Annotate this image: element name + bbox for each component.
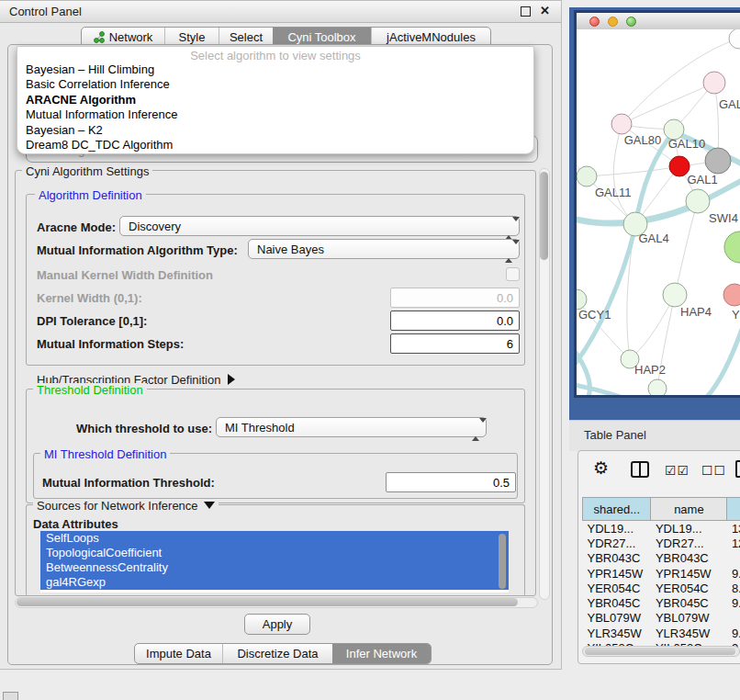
table-cell[interactable]: YDL19...: [583, 521, 651, 536]
table-row[interactable]: YDL19...YDL19...13: [583, 521, 740, 536]
tab-style-label: Style: [179, 30, 206, 44]
table-cell[interactable]: YPR145W: [583, 566, 651, 581]
table-cell[interactable]: YLR345W: [651, 626, 727, 640]
network-node-gal[interactable]: [703, 72, 725, 94]
network-node-y[interactable]: [723, 284, 740, 306]
network-node-gal80[interactable]: [611, 114, 632, 134]
settings-vertical-scrollbar-thumb[interactable]: [540, 172, 548, 260]
expand-arrow-icon: [228, 374, 235, 385]
float-window-icon[interactable]: [521, 6, 531, 17]
algorithm-option[interactable]: Basic Correlation Inference: [26, 77, 170, 92]
table-cell[interactable]: 13: [727, 521, 740, 536]
deselect-all-checkboxes-icon[interactable]: ☐☐: [701, 463, 726, 478]
data-attribute-item[interactable]: SelfLoops: [40, 531, 509, 546]
network-node-swi4[interactable]: [686, 189, 710, 213]
table-cell[interactable]: YBR043C: [651, 551, 727, 566]
network-window-titlebar[interactable]: [577, 13, 740, 30]
table-row[interactable]: YBR043CYBR043C: [583, 551, 740, 566]
algorithm-option[interactable]: Bayesian – Hill Climbing: [26, 62, 154, 77]
table-row[interactable]: YLR345WYLR345W9.: [583, 626, 740, 640]
table-horizontal-scrollbar-thumb[interactable]: [585, 648, 735, 655]
table-cell[interactable]: 9.: [727, 595, 740, 610]
tab-discretize-data[interactable]: Discretize Data: [222, 644, 332, 663]
gear-icon[interactable]: ⚙: [593, 457, 609, 479]
table-cell[interactable]: YBL079W: [651, 611, 727, 626]
table-cell[interactable]: YDR27...: [651, 536, 727, 550]
column-header-partial[interactable]: [727, 498, 740, 521]
table-cell[interactable]: 12: [727, 536, 740, 550]
network-node[interactable]: [729, 29, 740, 49]
algorithm-option[interactable]: ARACNE Algorithm: [26, 93, 136, 107]
column-header-shared-name[interactable]: shared...: [583, 498, 651, 521]
column-layout-icon[interactable]: [631, 461, 649, 478]
tab-discretize-data-label: Discretize Data: [237, 647, 318, 660]
algorithm-option[interactable]: Mutual Information Inference: [26, 107, 177, 122]
mi-steps-field[interactable]: 6: [390, 333, 520, 354]
table-cell[interactable]: YDL19...: [651, 521, 727, 536]
sources-title-label: Sources for Network Inference: [37, 499, 198, 513]
column-header-name[interactable]: name: [651, 498, 727, 521]
close-traffic-light-icon[interactable]: [589, 17, 600, 27]
node-label: GCY1: [578, 308, 611, 322]
data-attributes-list[interactable]: SelfLoopsTopologicalCoefficientBetweenne…: [40, 531, 509, 593]
table-row[interactable]: YBL079WYBL079W: [583, 611, 740, 626]
table-cell[interactable]: [727, 551, 740, 566]
table-cell[interactable]: YER054C: [583, 581, 651, 595]
mi-algorithm-type-combobox[interactable]: Naive Bayes: [248, 239, 520, 259]
algorithm-option[interactable]: Dream8 DC_TDC Algorithm: [26, 138, 173, 152]
network-node[interactable]: [705, 148, 731, 174]
data-attribute-item[interactable]: gal4RGexp: [40, 575, 509, 590]
network-node-gcy1[interactable]: [577, 289, 587, 310]
attributes-list-scrollbar[interactable]: [499, 534, 506, 589]
dpi-tolerance-field[interactable]: 0.0: [390, 310, 520, 331]
node-label: SWI4: [709, 211, 738, 225]
table-horizontal-scrollbar[interactable]: [582, 646, 740, 657]
manual-kernel-width-checkbox[interactable]: [506, 267, 520, 281]
which-threshold-combobox[interactable]: MI Threshold: [216, 417, 487, 437]
algorithm-option[interactable]: Bayesian – K2: [26, 123, 103, 138]
table-row[interactable]: YER054CYER054C8.: [583, 581, 740, 595]
network-node-gal11[interactable]: [577, 166, 597, 186]
node-label: GAL80: [624, 133, 661, 147]
table-cell[interactable]: 9.: [727, 566, 740, 581]
zoom-traffic-light-icon[interactable]: [626, 17, 636, 27]
table-cell[interactable]: YBR043C: [583, 551, 651, 566]
table-cell[interactable]: YER054C: [651, 581, 727, 595]
network-node[interactable]: [724, 231, 740, 263]
close-icon[interactable]: ✕: [540, 4, 550, 17]
network-canvas[interactable]: GALGAL80GAL10GAL1GAL11SWI4GAL4GCY1HAP4YH…: [577, 29, 740, 395]
table-cell[interactable]: YBL079W: [583, 611, 651, 626]
table-cell[interactable]: YBR045C: [583, 595, 651, 610]
network-node[interactable]: [648, 379, 667, 395]
data-attribute-item[interactable]: BetweennessCentrality: [40, 560, 509, 575]
mi-threshold-field[interactable]: 0.5: [386, 472, 516, 492]
table-cell[interactable]: YDR27...: [583, 536, 651, 550]
table-row[interactable]: YDR27...YDR27...12: [583, 536, 740, 550]
table-cell[interactable]: [727, 611, 740, 626]
data-attributes-label: Data Attributes: [33, 517, 118, 531]
tab-infer-network[interactable]: Infer Network: [332, 644, 431, 663]
table-cell[interactable]: 9.: [727, 626, 740, 640]
kernel-width-field[interactable]: 0.0: [390, 288, 520, 308]
table-row[interactable]: YBR045CYBR045C9.: [583, 595, 740, 610]
stepper-arrows-icon: [472, 423, 480, 436]
sources-title[interactable]: Sources for Network Inference: [33, 499, 219, 513]
table-panel-header: Table Panel: [569, 420, 740, 451]
data-attribute-item[interactable]: TopologicalCoefficient: [40, 546, 509, 560]
aracne-mode-combobox[interactable]: Discovery: [119, 216, 520, 236]
table-cell[interactable]: YPR145W: [651, 566, 727, 581]
select-all-checkboxes-icon[interactable]: ☑☑: [665, 463, 690, 478]
export-table-icon[interactable]: [735, 460, 740, 478]
control-panel-titlebar[interactable]: Control Panel ✕: [0, 1, 561, 23]
apply-button[interactable]: Apply: [244, 614, 310, 635]
minimize-traffic-light-icon[interactable]: [608, 17, 618, 27]
mi-steps-label: Mutual Information Steps:: [37, 337, 184, 351]
settings-horizontal-scrollbar-thumb[interactable]: [17, 598, 518, 606]
stepper-arrows-icon: [505, 221, 513, 235]
table-row[interactable]: YPR145WYPR145W9.: [583, 566, 740, 581]
network-node-hap4[interactable]: [663, 283, 687, 307]
table-cell[interactable]: YBR045C: [651, 595, 727, 610]
table-cell[interactable]: YLR345W: [583, 626, 651, 640]
tab-impute-data[interactable]: Impute Data: [135, 644, 222, 663]
table-cell[interactable]: 8.: [727, 581, 740, 595]
